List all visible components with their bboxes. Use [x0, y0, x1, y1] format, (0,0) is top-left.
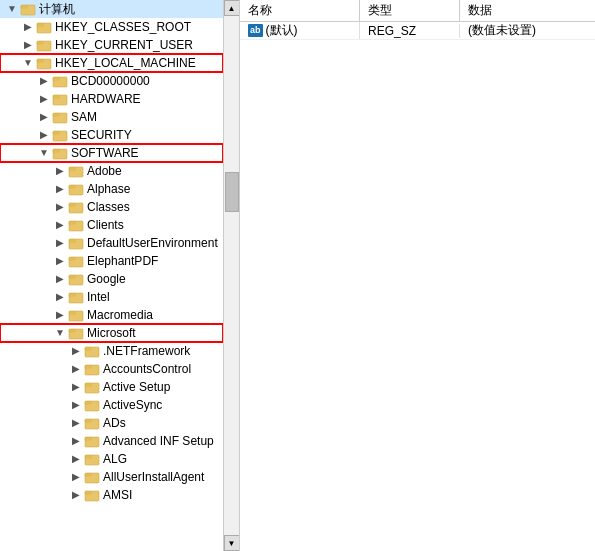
tree-label-defaultuserenv: DefaultUserEnvironment — [87, 236, 218, 250]
expand-icon-adobe: ▶ — [52, 163, 68, 179]
folder-icon-computer — [20, 1, 36, 17]
tree-item-computer[interactable]: ▼ 计算机 — [0, 0, 223, 18]
tree-label-macromedia: Macromedia — [87, 308, 153, 322]
folder-icon-microsoft — [68, 325, 84, 341]
svg-rect-53 — [85, 474, 91, 476]
svg-rect-9 — [53, 78, 59, 80]
scroll-thumb[interactable] — [225, 172, 239, 212]
tree-item-adobe[interactable]: ▶ Adobe — [0, 162, 223, 180]
expand-icon-netframework: ▶ — [68, 343, 84, 359]
column-data-header: 数据 — [460, 0, 595, 21]
tree-item-ads[interactable]: ▶ ADs — [0, 414, 223, 432]
folder-icon-adobe — [68, 163, 84, 179]
svg-rect-17 — [53, 150, 59, 152]
tree-item-security[interactable]: ▶ SECURITY — [0, 126, 223, 144]
expand-icon-security: ▶ — [36, 127, 52, 143]
svg-rect-13 — [53, 114, 59, 116]
tree-scrollbar[interactable]: ▲ ▼ — [223, 0, 239, 551]
tree-item-netframework[interactable]: ▶ .NETFramework — [0, 342, 223, 360]
svg-rect-27 — [69, 240, 75, 242]
tree-item-sam[interactable]: ▶ SAM — [0, 108, 223, 126]
registry-value-type: REG_SZ — [360, 24, 460, 38]
tree-item-advancedinfsetup[interactable]: ▶ Advanced INF Setup — [0, 432, 223, 450]
folder-icon-hkcr — [36, 19, 52, 35]
tree-label-advancedinfsetup: Advanced INF Setup — [103, 434, 214, 448]
tree-label-microsoft: Microsoft — [87, 326, 136, 340]
tree-item-activesync[interactable]: ▶ ActiveSync — [0, 396, 223, 414]
tree-item-hkcr[interactable]: ▶ HKEY_CLASSES_ROOT — [0, 18, 223, 36]
svg-rect-39 — [85, 348, 91, 350]
tree-item-defaultuserenv[interactable]: ▶ DefaultUserEnvironment — [0, 234, 223, 252]
svg-rect-43 — [85, 384, 91, 386]
column-name-header: 名称 — [240, 0, 360, 21]
expand-icon-elephantpdf: ▶ — [52, 253, 68, 269]
tree-label-netframework: .NETFramework — [103, 344, 190, 358]
folder-icon-alluserinstallagent — [84, 469, 100, 485]
folder-icon-accountscontrol — [84, 361, 100, 377]
svg-rect-55 — [85, 492, 91, 494]
tree-label-software: SOFTWARE — [71, 146, 139, 160]
tree-item-elephantpdf[interactable]: ▶ ElephantPDF — [0, 252, 223, 270]
svg-rect-23 — [69, 204, 75, 206]
scroll-up-button[interactable]: ▲ — [224, 0, 240, 16]
svg-rect-45 — [85, 402, 91, 404]
expand-icon-clients: ▶ — [52, 217, 68, 233]
svg-rect-37 — [69, 330, 75, 332]
folder-icon-alg — [84, 451, 100, 467]
registry-value-name: ab (默认) — [240, 22, 360, 39]
expand-icon-activesetup: ▶ — [68, 379, 84, 395]
tree-label-bcd: BCD00000000 — [71, 74, 150, 88]
svg-rect-11 — [53, 96, 59, 98]
expand-icon-hklm: ▼ — [20, 55, 36, 71]
registry-value-name-label: (默认) — [266, 22, 298, 39]
tree-item-alphase[interactable]: ▶ Alphase — [0, 180, 223, 198]
tree-item-alg[interactable]: ▶ ALG — [0, 450, 223, 468]
expand-icon-classes: ▶ — [52, 199, 68, 215]
tree-label-security: SECURITY — [71, 128, 132, 142]
tree-label-adobe: Adobe — [87, 164, 122, 178]
tree-item-alluserinstallagent[interactable]: ▶ AllUserInstallAgent — [0, 468, 223, 486]
tree-item-clients[interactable]: ▶ Clients — [0, 216, 223, 234]
registry-values-panel: 名称 类型 数据 ab (默认) REG_SZ (数值未设置) — [240, 0, 595, 551]
tree-item-microsoft[interactable]: ▼ Microsoft — [0, 324, 223, 342]
expand-icon-computer: ▼ — [4, 1, 20, 17]
expand-icon-advancedinfsetup: ▶ — [68, 433, 84, 449]
folder-icon-hardware — [52, 91, 68, 107]
tree-label-hklm: HKEY_LOCAL_MACHINE — [55, 56, 196, 70]
registry-row-default[interactable]: ab (默认) REG_SZ (数值未设置) — [240, 22, 595, 40]
registry-values-header: 名称 类型 数据 — [240, 0, 595, 22]
tree-item-hardware[interactable]: ▶ HARDWARE — [0, 90, 223, 108]
tree-item-intel[interactable]: ▶ Intel — [0, 288, 223, 306]
tree-item-hklm[interactable]: ▼ HKEY_LOCAL_MACHINE — [0, 54, 223, 72]
scroll-track[interactable] — [224, 16, 239, 535]
tree-item-accountscontrol[interactable]: ▶ AccountsControl — [0, 360, 223, 378]
tree-item-macromedia[interactable]: ▶ Macromedia — [0, 306, 223, 324]
tree-item-activesetup[interactable]: ▶ Active Setup — [0, 378, 223, 396]
tree-label-hkcr: HKEY_CLASSES_ROOT — [55, 20, 191, 34]
tree-item-amsi[interactable]: ▶ AMSI — [0, 486, 223, 504]
tree-label-classes: Classes — [87, 200, 130, 214]
folder-icon-defaultuserenv — [68, 235, 84, 251]
expand-icon-amsi: ▶ — [68, 487, 84, 503]
tree-item-google[interactable]: ▶ Google — [0, 270, 223, 288]
tree-item-software[interactable]: ▼ SOFTWARE — [0, 144, 223, 162]
tree-label-alphase: Alphase — [87, 182, 130, 196]
tree-item-classes[interactable]: ▶ Classes — [0, 198, 223, 216]
tree-panel: ▼ 计算机 ▶ HKEY_CLASSES_ROOT ▶ — [0, 0, 240, 551]
folder-icon-amsi — [84, 487, 100, 503]
tree-item-bcd[interactable]: ▶ BCD00000000 — [0, 72, 223, 90]
folder-icon-intel — [68, 289, 84, 305]
svg-rect-3 — [37, 24, 43, 26]
svg-rect-51 — [85, 456, 91, 458]
svg-rect-31 — [69, 276, 75, 278]
svg-rect-29 — [69, 258, 75, 260]
tree-label-sam: SAM — [71, 110, 97, 124]
expand-icon-alg: ▶ — [68, 451, 84, 467]
expand-icon-accountscontrol: ▶ — [68, 361, 84, 377]
scroll-down-button[interactable]: ▼ — [224, 535, 240, 551]
svg-rect-33 — [69, 294, 75, 296]
tree-label-alluserinstallagent: AllUserInstallAgent — [103, 470, 204, 484]
registry-value-data: (数值未设置) — [460, 22, 595, 39]
tree-label-ads: ADs — [103, 416, 126, 430]
tree-item-hkcu[interactable]: ▶ HKEY_CURRENT_USER — [0, 36, 223, 54]
